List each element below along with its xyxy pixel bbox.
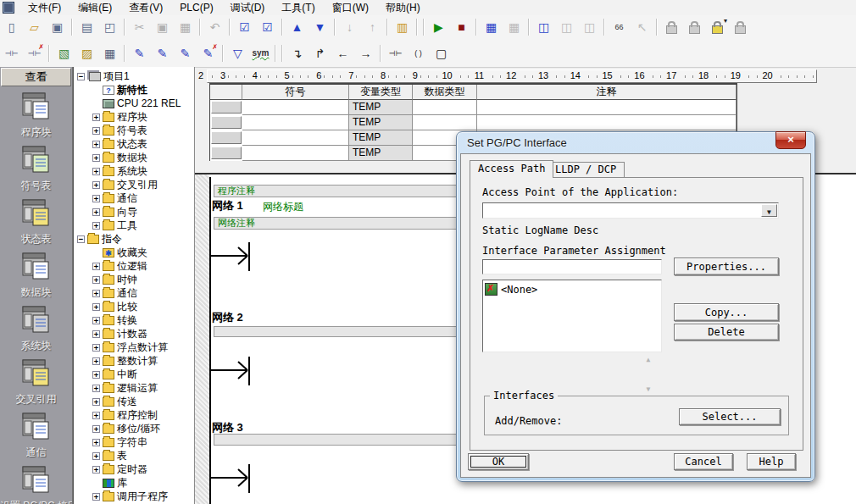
tree-expander[interactable]: +: [92, 317, 100, 324]
sidebar-item-symbol-table[interactable]: 符号表: [0, 141, 72, 194]
table-cell[interactable]: TEMP: [349, 115, 413, 130]
box-element-icon[interactable]: ▢: [431, 43, 452, 64]
tree-item[interactable]: +系统块: [74, 164, 194, 178]
table-cell[interactable]: [242, 100, 349, 115]
view-symbol-info-icon[interactable]: ▦: [99, 43, 120, 64]
tree-expander[interactable]: −: [77, 73, 85, 80]
tree-expander[interactable]: +: [92, 344, 100, 352]
force-contact-icon[interactable]: ⊣⊢: [1, 43, 22, 64]
program-status-stop-icon[interactable]: ◫: [579, 17, 600, 37]
tree-expander[interactable]: +: [92, 439, 100, 446]
stop-icon[interactable]: ■: [451, 17, 472, 37]
bookmark-prev-icon[interactable]: ✎: [175, 43, 196, 64]
tree-expander[interactable]: +: [92, 195, 100, 202]
tab-lldp-dcp[interactable]: LLDP / DCP: [547, 162, 625, 178]
tree-item[interactable]: +中断: [74, 368, 194, 381]
compile-icon[interactable]: ☑: [234, 17, 255, 37]
table-cell[interactable]: TEMP: [349, 100, 413, 115]
sidebar-item-program-block[interactable]: 程序块: [0, 87, 72, 141]
table-cell[interactable]: [242, 146, 349, 161]
table-cell[interactable]: [413, 100, 477, 115]
tree-item[interactable]: +整数计算: [74, 354, 194, 368]
filter-funnel-icon[interactable]: ▽: [227, 43, 248, 64]
menu-tools[interactable]: 工具(T): [273, 0, 323, 15]
close-button[interactable]: ×: [775, 131, 806, 149]
coil-element-icon[interactable]: ( ): [408, 43, 429, 64]
delete-button[interactable]: Delete: [674, 324, 779, 341]
tree-item[interactable]: +调用子程序: [74, 490, 194, 503]
status-chart-icon[interactable]: ▦: [481, 17, 502, 37]
lock-disabled-icon[interactable]: [730, 17, 751, 37]
tree-expander[interactable]: +: [92, 493, 100, 501]
bookmark-pen-icon[interactable]: ✎: [129, 43, 150, 64]
tree-expander[interactable]: +: [92, 127, 100, 135]
tree-item[interactable]: +定时器: [74, 462, 194, 476]
tree-expander[interactable]: +: [92, 452, 100, 460]
line-down-icon[interactable]: ↴: [286, 43, 308, 64]
help-button[interactable]: Help: [747, 453, 796, 470]
table-cell[interactable]: [242, 130, 349, 146]
print-preview-icon[interactable]: ◰: [99, 17, 120, 37]
tab-access-path[interactable]: Access Path: [470, 160, 553, 178]
sym-toggle-icon[interactable]: sym: [250, 43, 271, 64]
sidebar-item-set-pgpc-interface[interactable]: 设置 PG/PC 接口: [0, 461, 72, 504]
select-button[interactable]: Select...: [679, 408, 781, 425]
tree-item[interactable]: +工具: [74, 219, 194, 232]
tree-item[interactable]: +交叉引用: [74, 178, 194, 191]
tree-item[interactable]: +符号表: [74, 124, 194, 137]
properties-button[interactable]: Properties...: [674, 258, 779, 275]
unforce-contact-icon[interactable]: ⊣⊢✗: [24, 43, 45, 64]
program-status-icon[interactable]: ◫: [533, 17, 554, 37]
sidebar-item-data-block[interactable]: 数据块: [0, 247, 72, 301]
tree-item[interactable]: −项目1: [74, 69, 194, 83]
tree-expander[interactable]: +: [92, 168, 100, 175]
tree-expander[interactable]: +: [92, 412, 100, 419]
table-cell[interactable]: [413, 115, 477, 130]
tree-item[interactable]: +浮点数计算: [74, 341, 194, 354]
run-icon[interactable]: ▶: [428, 17, 449, 37]
tree-expander[interactable]: +: [92, 154, 100, 162]
line-up-icon[interactable]: ↱: [309, 43, 331, 64]
tree-expander[interactable]: +: [92, 385, 100, 392]
tree-expander[interactable]: +: [92, 357, 100, 365]
tree-expander[interactable]: +: [92, 425, 100, 433]
tree-expander[interactable]: +: [92, 222, 100, 230]
network-1-label[interactable]: 网络 1: [212, 198, 243, 213]
tree-item[interactable]: +向导: [74, 205, 194, 219]
tree-item[interactable]: CPU 221 REL: [74, 97, 194, 110]
tree-item[interactable]: +表: [74, 449, 194, 462]
program-status-pause-icon[interactable]: ◫: [556, 17, 577, 37]
interface-parameter-input[interactable]: [482, 259, 662, 274]
network-1-title[interactable]: 网络标题: [263, 200, 303, 214]
new-file-icon[interactable]: ▯: [1, 17, 22, 37]
combobox-dropdown-button[interactable]: ▼: [761, 204, 777, 217]
menu-help[interactable]: 帮助(H): [377, 0, 429, 15]
list-item-none[interactable]: ✗ <None>: [483, 280, 661, 298]
print-icon[interactable]: ▤: [76, 17, 97, 37]
lock-icon[interactable]: [661, 17, 682, 37]
paste-icon[interactable]: ▦: [175, 17, 196, 37]
line-right-icon[interactable]: →: [355, 43, 376, 64]
bookmark-glasses-icon[interactable]: 66: [609, 17, 630, 37]
tree-item[interactable]: +数据块: [74, 151, 194, 164]
tree-item[interactable]: +通信: [74, 286, 194, 300]
tree-expander[interactable]: −: [77, 235, 85, 243]
tree-item[interactable]: +状态表: [74, 137, 194, 151]
tree-item[interactable]: +传送: [74, 395, 194, 408]
sidebar-item-communications[interactable]: 通信: [0, 407, 72, 461]
tree-item[interactable]: +时钟: [74, 273, 194, 286]
tree-expander[interactable]: +: [92, 466, 100, 474]
table-cell[interactable]: TEMP: [349, 130, 413, 146]
tree-item[interactable]: +计数器: [74, 327, 194, 341]
menu-plc[interactable]: PLC(P): [171, 0, 221, 15]
undo-icon[interactable]: ↶: [204, 17, 225, 37]
menu-edit[interactable]: 编辑(E): [69, 0, 120, 15]
options-window-icon[interactable]: ▥: [392, 17, 413, 37]
contact-element-icon[interactable]: ⊣⊢: [385, 43, 406, 64]
view-symbolic-addressing-icon[interactable]: ▧: [53, 43, 75, 64]
compile-all-icon[interactable]: ☑: [257, 17, 278, 37]
tree-item[interactable]: ✱收藏夹: [74, 246, 194, 259]
tree-item[interactable]: +比较: [74, 300, 194, 313]
tree-expander[interactable]: +: [92, 303, 100, 311]
unlock-icon[interactable]: [684, 17, 705, 37]
